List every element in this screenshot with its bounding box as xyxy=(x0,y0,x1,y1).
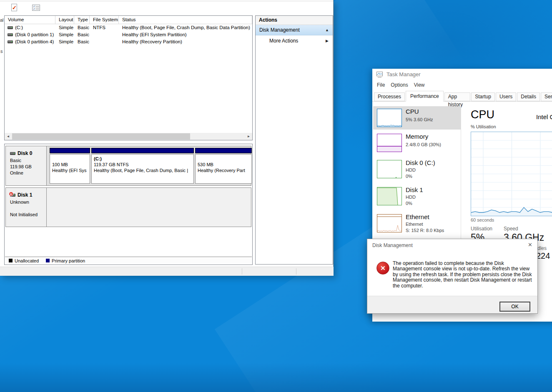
column-header-file-system[interactable]: File System xyxy=(90,16,119,24)
table-cell[interactable]: Healthy (Boot, Page File, Crash Dump, Ba… xyxy=(119,24,252,31)
column-header-layout[interactable]: Layout xyxy=(55,16,74,24)
console-properties-icon[interactable]: ✓ xyxy=(10,3,19,12)
tab-startup[interactable]: Startup xyxy=(471,92,495,101)
scroll-left-icon[interactable]: ◄ xyxy=(5,133,12,140)
menu-view[interactable]: View xyxy=(411,81,428,89)
mmc-toolbar: ✓ ✓ ✓ xyxy=(10,3,41,12)
menu-bar: File Options View xyxy=(374,81,428,89)
dialog-title: Disk Management xyxy=(372,242,413,248)
table-row[interactable]: (C:) xyxy=(5,24,55,31)
dialog-message: The operation failed to complete because… xyxy=(393,261,533,289)
disk0-mini-graph xyxy=(377,160,402,178)
console-tree-sliver: al s xyxy=(0,15,4,264)
partition-efi[interactable]: 100 MB Healthy (EFI Sys xyxy=(50,148,90,184)
drive-icon xyxy=(8,26,13,29)
table-cell[interactable]: Simple xyxy=(55,38,74,45)
document-icon: ✓ xyxy=(11,4,17,11)
actions-group-disk-management[interactable]: Disk Management ▲ xyxy=(256,25,333,35)
primary-partition-band xyxy=(195,148,252,153)
horizontal-scrollbar[interactable]: ◄ ► xyxy=(5,133,252,140)
scroll-right-icon[interactable]: ► xyxy=(245,133,252,140)
graph-x-label: 60 seconds xyxy=(471,217,494,222)
ok-button[interactable]: OK xyxy=(499,302,530,312)
disk0-size: 119.98 GB xyxy=(10,164,46,170)
divider xyxy=(0,1,333,1)
disk1-header[interactable]: ✕ Disk 1 Unknown Not Initialised xyxy=(6,188,47,227)
table-cell[interactable]: Basic xyxy=(74,38,90,45)
table-cell[interactable]: Healthy (Recovery Partition) xyxy=(119,38,252,45)
stat-speed-label: Speed xyxy=(504,226,518,232)
tree-text-fragment: s xyxy=(0,49,3,54)
tab-details[interactable]: Details xyxy=(517,92,540,101)
table-cell[interactable] xyxy=(90,31,119,38)
primary-partition-band xyxy=(50,148,90,153)
stat-utilisation-label: Utilisation xyxy=(471,226,492,232)
table-cell[interactable]: Basic xyxy=(74,31,90,38)
sidebar-item-memory[interactable]: Memory 2.4/8.0 GB (30%) xyxy=(373,131,461,155)
tab-processes[interactable]: Processes xyxy=(374,92,405,101)
disk0-status: Online xyxy=(10,170,46,176)
submenu-arrow-icon: ▶ xyxy=(326,39,329,43)
menu-options[interactable]: Options xyxy=(388,81,411,89)
tab-app-history[interactable]: App history xyxy=(444,92,471,101)
cpu-panel-title: CPU xyxy=(471,108,494,121)
status-bar xyxy=(0,267,334,276)
column-header-type[interactable]: Type xyxy=(74,16,90,24)
partition-legend: Unallocated Primary partition xyxy=(5,257,252,264)
task-manager-app-icon xyxy=(376,72,383,77)
show-list-icon[interactable]: ✓ ✓ xyxy=(32,3,41,12)
table-cell[interactable]: Basic xyxy=(74,24,90,31)
disk1-row: ✕ Disk 1 Unknown Not Initialised xyxy=(5,187,251,227)
scrollbar-thumb[interactable] xyxy=(12,133,190,140)
drive-icon xyxy=(8,40,13,43)
actions-header: Actions xyxy=(256,16,333,25)
table-cell[interactable] xyxy=(90,38,119,45)
column-header-volume[interactable]: Volume xyxy=(5,16,55,24)
disk0-partitions: 100 MB Healthy (EFI Sys (C:) 119.37 GB N… xyxy=(47,146,251,185)
partition-recovery[interactable]: 530 MB Healthy (Recovery Part xyxy=(195,148,252,184)
disk-icon xyxy=(10,152,15,155)
sidebar-item-disk0[interactable]: Disk 0 (C:) HDD 0% xyxy=(373,157,461,182)
tree-text-fragment: al xyxy=(0,17,4,22)
primary-partition-band xyxy=(91,148,194,153)
memory-mini-graph xyxy=(377,134,402,152)
disk1-mini-graph xyxy=(377,187,402,205)
ethernet-mini-graph xyxy=(377,214,402,232)
tab-strip: Processes Performance App history Startu… xyxy=(372,91,552,102)
window-title: Task Manager xyxy=(386,71,421,77)
unallocated-swatch xyxy=(9,259,13,262)
close-icon[interactable]: ✕ xyxy=(528,242,532,248)
title-bar[interactable]: Task Manager xyxy=(376,71,421,77)
table-cell[interactable]: NTFS xyxy=(90,24,119,31)
check-icon: ✓ xyxy=(12,5,17,10)
partition-c[interactable]: (C:) 119.37 GB NTFS Healthy (Boot, Page … xyxy=(91,148,194,184)
table-cell[interactable]: Healthy (EFI System Partition) xyxy=(119,31,252,38)
processor-name-fragment: Intel C xyxy=(536,113,552,120)
table-row[interactable]: (Disk 0 partition 4) xyxy=(5,38,55,45)
sidebar-item-ethernet[interactable]: Ethernet Ethernet S: 152 R: 8.0 Kbps xyxy=(373,212,461,236)
collapse-arrow-icon[interactable]: ▲ xyxy=(325,28,329,32)
drive-icon xyxy=(8,33,13,36)
error-icon: ✕ xyxy=(376,262,389,275)
column-header-status[interactable]: Status xyxy=(119,16,252,24)
tab-users[interactable]: Users xyxy=(496,92,516,101)
sidebar-item-disk1[interactable]: Disk 1 HDD 0% xyxy=(373,185,461,209)
disk1-status: Not Initialised xyxy=(10,212,46,218)
table-row[interactable]: (Disk 0 partition 1) xyxy=(5,31,55,38)
actions-panel: Actions Disk Management ▲ More Actions ▶ xyxy=(255,15,333,265)
handles-value-fragment: 224 xyxy=(536,251,550,261)
tab-performance[interactable]: Performance xyxy=(406,91,444,102)
disk-management-window: ✓ ✓ ✓ al s Volume Layout Type File Syste… xyxy=(0,0,334,276)
disk-icon: ✕ xyxy=(10,194,15,197)
disk0-header[interactable]: Disk 0 Basic 119.98 GB Online xyxy=(6,146,47,185)
sidebar-item-cpu[interactable]: CPU 5% 3.60 GHz xyxy=(373,106,461,130)
disk1-type: Unknown xyxy=(10,199,46,205)
table-cell[interactable]: Simple xyxy=(55,24,74,31)
primary-partition-swatch xyxy=(46,259,50,262)
checklist-icon: ✓ ✓ xyxy=(32,5,40,11)
menu-file[interactable]: File xyxy=(374,81,388,89)
table-cell[interactable]: Simple xyxy=(55,31,74,38)
more-actions-item[interactable]: More Actions ▶ xyxy=(256,35,333,46)
tab-services[interactable]: Services xyxy=(541,92,552,101)
disk-graphical-view: Disk 0 Basic 119.98 GB Online 100 MB Hea… xyxy=(4,144,253,265)
